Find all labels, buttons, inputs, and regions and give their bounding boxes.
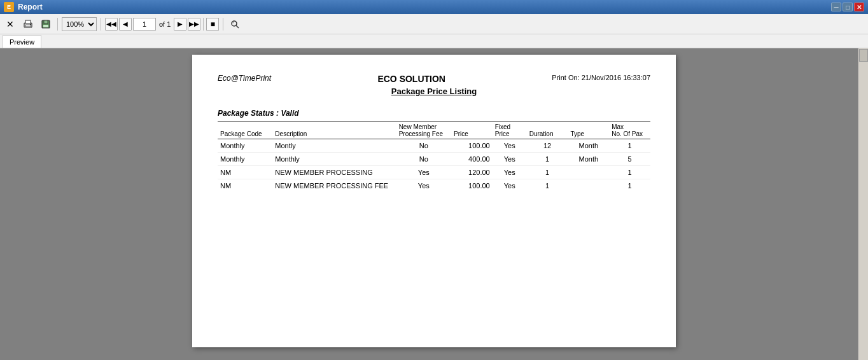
svg-point-9: [233, 22, 234, 23]
title-bar: E Report ─ □ ✕: [0, 0, 868, 14]
svg-rect-6: [43, 25, 48, 27]
package-status: Package Status : Valid: [218, 109, 650, 118]
cell-fee: No: [396, 153, 451, 166]
col-header-description: Description: [272, 122, 396, 139]
svg-rect-1: [25, 25, 31, 27]
table-row: MonthlyMonthlyNo400.00Yes1Month5: [218, 153, 650, 166]
col-header-duration: Duration: [527, 122, 568, 139]
report-date: Print On: 21/Nov/2016 16:33:07: [552, 74, 650, 81]
cell-type: [568, 179, 609, 193]
prev-page-button[interactable]: ◀: [119, 18, 132, 31]
cell-price: 100.00: [451, 179, 493, 193]
cell-fixed: Yes: [493, 153, 527, 166]
cell-max: 1: [609, 166, 650, 179]
page-of-label: of 1: [159, 20, 171, 28]
cell-duration: 1: [527, 166, 568, 179]
cell-fee: Yes: [396, 166, 451, 179]
cell-fee: No: [396, 139, 451, 153]
main-area: Eco@TimePrint ECO SOLUTION Print On: 21/…: [0, 48, 868, 360]
cell-code: NM: [218, 166, 272, 179]
cell-duration: 1: [527, 153, 568, 166]
svg-rect-3: [30, 24, 31, 25]
maximize-button[interactable]: □: [843, 3, 853, 11]
table-row: NMNEW MEMBER PROCESSINGYes120.00Yes11: [218, 166, 650, 179]
window-title: Report: [18, 3, 831, 11]
zoom-select[interactable]: 100% 50% 75% 125% 150%: [62, 17, 97, 31]
toolbar: ✕ 100% 50% 75% 125% 150% ◀◀ ◀ of 1 ▶ ▶▶ …: [0, 14, 868, 34]
preview-tab[interactable]: Preview: [3, 35, 41, 48]
report-company: ECO SOLUTION: [271, 74, 552, 84]
cell-description: Montly: [272, 139, 396, 153]
svg-rect-5: [44, 20, 48, 24]
close-button[interactable]: ✕: [854, 3, 864, 11]
cell-price: 400.00: [451, 153, 493, 166]
svg-point-7: [232, 21, 237, 26]
table-row: MonthlyMontlyNo100.00Yes12Month1: [218, 139, 650, 153]
scrollbar-track[interactable]: [858, 48, 868, 360]
col-header-price: Price: [451, 122, 493, 139]
cell-fixed: Yes: [493, 166, 527, 179]
next-page-button[interactable]: ▶: [174, 18, 186, 31]
col-header-max: MaxNo. Of Pax: [609, 122, 650, 139]
separator-1: [57, 18, 58, 31]
page-navigation: ◀◀ ◀ of 1 ▶ ▶▶ ■: [105, 18, 219, 31]
col-header-code: Package Code: [218, 122, 272, 139]
cell-fee: Yes: [396, 179, 451, 193]
cell-type: Month: [568, 153, 609, 166]
print-button[interactable]: [20, 17, 36, 32]
window-controls: ─ □ ✕: [831, 3, 864, 11]
cell-code: NM: [218, 179, 272, 193]
first-page-button[interactable]: ◀◀: [105, 18, 118, 31]
page-number-input[interactable]: [133, 18, 156, 31]
minimize-button[interactable]: ─: [831, 3, 841, 11]
report-paper: Eco@TimePrint ECO SOLUTION Print On: 21/…: [192, 55, 676, 347]
cell-type: Month: [568, 139, 609, 153]
scrollbar-thumb[interactable]: [859, 49, 868, 62]
separator-2: [101, 18, 101, 31]
svg-rect-2: [25, 20, 31, 24]
col-header-fixed: FixedPrice: [493, 122, 527, 139]
cell-type: [568, 166, 609, 179]
cell-description: NEW MEMBER PROCESSING: [272, 166, 396, 179]
app-icon: E: [4, 2, 14, 12]
table-row: NMNEW MEMBER PROCESSING FEEYes100.00Yes1…: [218, 179, 650, 193]
report-table: Package Code Description New MemberProce…: [218, 121, 650, 192]
cell-fixed: Yes: [493, 139, 527, 153]
cell-code: Monthly: [218, 153, 272, 166]
separator-3: [203, 18, 204, 31]
col-header-fee: New MemberProcessing Fee: [396, 122, 451, 139]
separator-4: [223, 18, 223, 31]
cell-duration: 1: [527, 179, 568, 193]
cell-description: Monthly: [272, 153, 396, 166]
cell-fixed: Yes: [493, 179, 527, 193]
search-button[interactable]: [227, 17, 242, 32]
report-title: Package Price Listing: [218, 87, 650, 96]
report-logo: Eco@TimePrint: [218, 74, 271, 83]
svg-line-8: [236, 25, 239, 28]
col-header-type: Type: [568, 122, 609, 139]
cell-duration: 12: [527, 139, 568, 153]
cell-price: 100.00: [451, 139, 493, 153]
cell-price: 120.00: [451, 166, 493, 179]
cell-max: 5: [609, 153, 650, 166]
stop-button[interactable]: ■: [206, 18, 219, 31]
cell-description: NEW MEMBER PROCESSING FEE: [272, 179, 396, 193]
close-report-button[interactable]: ✕: [3, 17, 18, 32]
tab-bar: Preview: [0, 34, 868, 48]
last-page-button[interactable]: ▶▶: [188, 18, 200, 31]
cell-max: 1: [609, 139, 650, 153]
cell-code: Monthly: [218, 139, 272, 153]
report-header: Eco@TimePrint ECO SOLUTION Print On: 21/…: [218, 74, 650, 84]
save-button[interactable]: [38, 17, 53, 32]
cell-max: 1: [609, 179, 650, 193]
